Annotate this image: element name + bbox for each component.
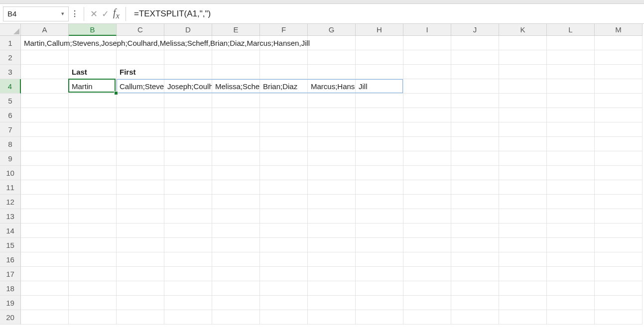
cell-K6[interactable] bbox=[499, 108, 547, 122]
cell-M19[interactable] bbox=[595, 296, 643, 310]
name-box[interactable]: B4 ▾ bbox=[3, 6, 69, 21]
row-header-1[interactable]: 1 bbox=[0, 36, 21, 50]
cell-I8[interactable] bbox=[403, 137, 451, 151]
cell-E14[interactable] bbox=[212, 223, 260, 238]
cell-C6[interactable] bbox=[117, 108, 164, 122]
cell-J2[interactable] bbox=[451, 50, 499, 65]
cell-A4[interactable] bbox=[21, 79, 69, 94]
cell-L16[interactable] bbox=[547, 252, 595, 267]
cell-G12[interactable] bbox=[308, 195, 356, 209]
cell-B2[interactable] bbox=[69, 50, 117, 65]
cell-J6[interactable] bbox=[451, 108, 499, 122]
cell-L8[interactable] bbox=[547, 137, 595, 151]
cell-A10[interactable] bbox=[21, 166, 69, 180]
cell-E8[interactable] bbox=[212, 137, 260, 151]
cell-G2[interactable] bbox=[308, 50, 356, 65]
cell-E19[interactable] bbox=[212, 296, 260, 310]
column-header-G[interactable]: G bbox=[308, 24, 356, 36]
cell-I2[interactable] bbox=[403, 50, 451, 65]
cell-text-B3[interactable]: Last bbox=[69, 65, 117, 79]
cell-B13[interactable] bbox=[69, 209, 117, 223]
cell-B16[interactable] bbox=[69, 252, 117, 267]
cell-C15[interactable] bbox=[117, 238, 164, 252]
cell-G3[interactable] bbox=[308, 65, 356, 79]
cell-A2[interactable] bbox=[21, 50, 69, 65]
cell-F5[interactable] bbox=[260, 94, 308, 108]
cell-D1[interactable] bbox=[164, 36, 212, 50]
cell-H7[interactable] bbox=[356, 122, 403, 137]
cell-H18[interactable] bbox=[356, 281, 403, 296]
cell-I10[interactable] bbox=[403, 166, 451, 180]
row-header-20[interactable]: 20 bbox=[0, 310, 21, 325]
cell-A5[interactable] bbox=[21, 94, 69, 108]
cell-C10[interactable] bbox=[117, 166, 164, 180]
cell-M1[interactable] bbox=[595, 36, 643, 50]
cell-H11[interactable] bbox=[356, 180, 403, 195]
cell-A11[interactable] bbox=[21, 180, 69, 195]
cell-H2[interactable] bbox=[356, 50, 403, 65]
cell-G13[interactable] bbox=[308, 209, 356, 223]
column-header-F[interactable]: F bbox=[260, 24, 308, 36]
cell-A19[interactable] bbox=[21, 296, 69, 310]
cell-J13[interactable] bbox=[451, 209, 499, 223]
cell-D18[interactable] bbox=[164, 281, 212, 296]
cell-F3[interactable] bbox=[260, 65, 308, 79]
cell-K17[interactable] bbox=[499, 267, 547, 281]
cell-E15[interactable] bbox=[212, 238, 260, 252]
cell-I12[interactable] bbox=[403, 195, 451, 209]
cell-B18[interactable] bbox=[69, 281, 117, 296]
cell-C13[interactable] bbox=[117, 209, 164, 223]
row-header-17[interactable]: 17 bbox=[0, 267, 21, 281]
cell-H8[interactable] bbox=[356, 137, 403, 151]
cell-E10[interactable] bbox=[212, 166, 260, 180]
column-header-J[interactable]: J bbox=[451, 24, 499, 36]
cell-I16[interactable] bbox=[403, 252, 451, 267]
cell-J14[interactable] bbox=[451, 223, 499, 238]
cell-A20[interactable] bbox=[21, 310, 69, 325]
cell-H14[interactable] bbox=[356, 223, 403, 238]
cell-B8[interactable] bbox=[69, 137, 117, 151]
cell-F13[interactable] bbox=[260, 209, 308, 223]
cell-K10[interactable] bbox=[499, 166, 547, 180]
cell-K11[interactable] bbox=[499, 180, 547, 195]
column-header-I[interactable]: I bbox=[403, 24, 451, 36]
cell-G1[interactable] bbox=[308, 36, 356, 50]
cell-H12[interactable] bbox=[356, 195, 403, 209]
row-header-7[interactable]: 7 bbox=[0, 122, 21, 137]
cell-H16[interactable] bbox=[356, 252, 403, 267]
cell-J3[interactable] bbox=[451, 65, 499, 79]
cell-C1[interactable] bbox=[117, 36, 164, 50]
cell-L1[interactable] bbox=[547, 36, 595, 50]
cell-L10[interactable] bbox=[547, 166, 595, 180]
cell-E20[interactable] bbox=[212, 310, 260, 325]
cell-G17[interactable] bbox=[308, 267, 356, 281]
cell-D5[interactable] bbox=[164, 94, 212, 108]
cell-A12[interactable] bbox=[21, 195, 69, 209]
cell-C8[interactable] bbox=[117, 137, 164, 151]
cell-C12[interactable] bbox=[117, 195, 164, 209]
cell-C9[interactable] bbox=[117, 151, 164, 166]
cell-A9[interactable] bbox=[21, 151, 69, 166]
cell-I11[interactable] bbox=[403, 180, 451, 195]
fx-icon[interactable]: fx bbox=[113, 7, 120, 21]
cell-text-H4[interactable]: Jill bbox=[356, 79, 403, 94]
cell-H15[interactable] bbox=[356, 238, 403, 252]
row-header-6[interactable]: 6 bbox=[0, 108, 21, 122]
cell-K3[interactable] bbox=[499, 65, 547, 79]
cell-J16[interactable] bbox=[451, 252, 499, 267]
cell-C14[interactable] bbox=[117, 223, 164, 238]
cell-I18[interactable] bbox=[403, 281, 451, 296]
cell-A15[interactable] bbox=[21, 238, 69, 252]
cell-D20[interactable] bbox=[164, 310, 212, 325]
cell-E3[interactable] bbox=[212, 65, 260, 79]
cell-M16[interactable] bbox=[595, 252, 643, 267]
cell-F18[interactable] bbox=[260, 281, 308, 296]
cell-M9[interactable] bbox=[595, 151, 643, 166]
column-header-L[interactable]: L bbox=[547, 24, 595, 36]
cell-M11[interactable] bbox=[595, 180, 643, 195]
row-header-19[interactable]: 19 bbox=[0, 296, 21, 310]
cell-B20[interactable] bbox=[69, 310, 117, 325]
cell-H6[interactable] bbox=[356, 108, 403, 122]
cell-M5[interactable] bbox=[595, 94, 643, 108]
cell-K13[interactable] bbox=[499, 209, 547, 223]
